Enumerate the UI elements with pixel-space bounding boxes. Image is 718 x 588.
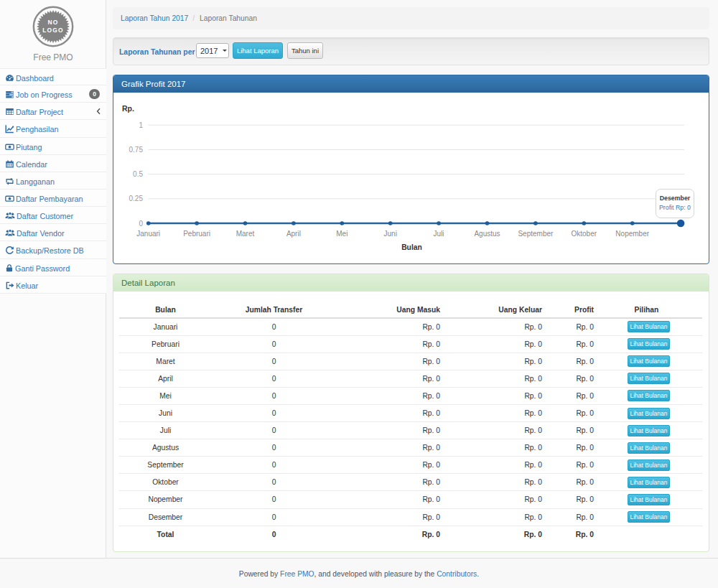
svg-text:0.5: 0.5: [133, 170, 143, 178]
svg-text:Mei: Mei: [336, 230, 348, 238]
svg-text:April: April: [286, 230, 301, 238]
svg-text:NO: NO: [48, 19, 59, 26]
svg-text:Maret: Maret: [236, 230, 255, 238]
svg-text:0.75: 0.75: [129, 146, 144, 154]
svg-text:Juli: Juli: [434, 230, 444, 238]
svg-text:Pebruari: Pebruari: [183, 230, 210, 238]
svg-text:Januari: Januari: [136, 230, 160, 238]
svg-text:LOGO: LOGO: [42, 27, 63, 34]
svg-text:Nopember: Nopember: [615, 230, 649, 238]
svg-text:0.25: 0.25: [129, 195, 144, 202]
svg-text:0: 0: [139, 220, 143, 228]
svg-text:Oktober: Oktober: [572, 230, 597, 238]
svg-text:Agustus: Agustus: [474, 230, 500, 238]
svg-text:Juni: Juni: [384, 230, 397, 238]
svg-text:September: September: [518, 230, 554, 238]
svg-text:1: 1: [139, 121, 143, 129]
